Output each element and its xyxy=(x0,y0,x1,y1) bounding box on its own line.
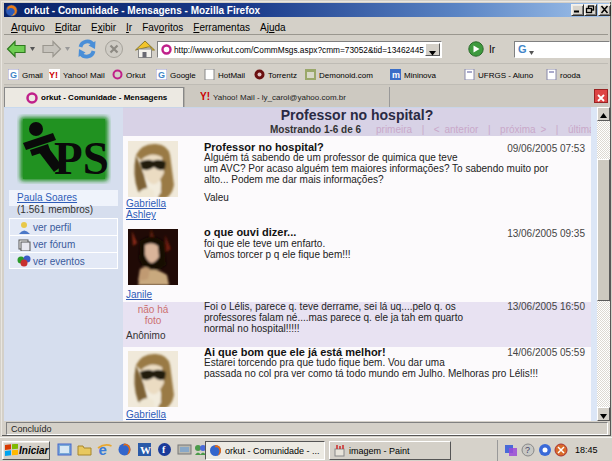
svg-text:?: ? xyxy=(525,445,530,455)
svg-text:Y!: Y! xyxy=(200,91,210,102)
svg-text:PS: PS xyxy=(54,132,109,184)
svg-text:W: W xyxy=(140,444,151,456)
svg-text:Y!: Y! xyxy=(49,70,58,80)
svg-text:G: G xyxy=(10,70,17,80)
svg-text:G: G xyxy=(158,70,165,80)
svg-text:m: m xyxy=(392,70,400,80)
